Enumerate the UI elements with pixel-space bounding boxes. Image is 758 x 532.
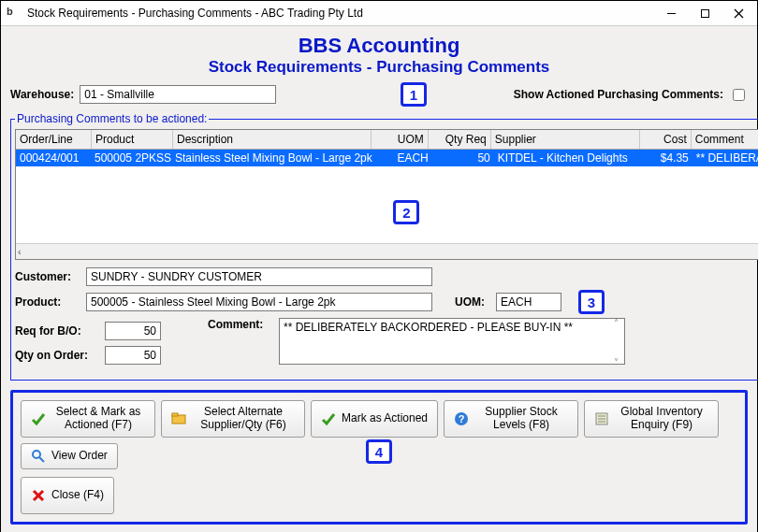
req-label: Req for B/O: <box>15 324 99 338</box>
qty-order-label: Qty on Order: <box>15 349 99 362</box>
cell-supplier: KITDEL - Kitchen Delights <box>494 150 642 166</box>
badge-3: 3 <box>578 290 605 314</box>
svg-rect-1 <box>701 9 708 17</box>
grid-header: Order/Line Product Description UOM Qty R… <box>16 130 758 150</box>
global-enquiry-button[interactable]: Global Inventory Enquiry (F9) <box>584 400 719 438</box>
close-window-button[interactable] <box>722 2 755 24</box>
scroll-left-icon[interactable]: ‹ <box>18 246 22 257</box>
window-title: Stock Requirements - Purchasing Comments… <box>27 7 654 20</box>
uom-field <box>496 293 561 311</box>
uom-label: UOM: <box>455 295 485 309</box>
col-product[interactable]: Product <box>92 130 173 149</box>
show-actioned-label: Show Actioned Purchasing Comments: <box>514 88 723 101</box>
show-actioned-checkbox[interactable] <box>733 89 745 101</box>
folder-icon <box>171 411 186 426</box>
check-icon <box>31 411 46 426</box>
cell-uom: EACH <box>376 150 432 166</box>
badge-4: 4 <box>366 439 392 464</box>
customer-label: Customer: <box>15 270 80 283</box>
titlebar: b Stock Requirements - Purchasing Commen… <box>1 1 757 26</box>
svg-rect-5 <box>172 413 178 416</box>
select-mark-label: Select & Mark as Actioned (F7) <box>51 406 145 432</box>
svg-point-12 <box>33 451 40 458</box>
close-icon <box>31 488 46 503</box>
button-bar: Select & Mark as Actioned (F7) Select Al… <box>10 390 748 525</box>
close-label: Close (F4) <box>51 489 104 502</box>
col-supplier[interactable]: Supplier <box>491 130 640 149</box>
customer-field <box>86 267 432 286</box>
mark-actioned-label: Mark as Actioned <box>342 412 428 425</box>
check-icon <box>321 411 336 426</box>
badge-2: 2 <box>393 200 419 224</box>
comments-grid[interactable]: Order/Line Product Description UOM Qty R… <box>15 129 758 260</box>
svg-text:?: ? <box>459 413 465 424</box>
grid-body: 000424/001 500005 2PKSSML Stainless Stee… <box>16 150 758 243</box>
qty-order-field <box>105 346 161 365</box>
list-icon <box>594 411 609 426</box>
product-field <box>86 293 432 311</box>
col-cost[interactable]: Cost <box>640 130 692 149</box>
client-area: BBS Accounting Stock Requirements - Purc… <box>1 26 757 532</box>
cell-product: 500005 2PKSSML <box>91 150 171 166</box>
alt-supplier-label: Select Alternate Supplier/Qty (F6) <box>192 406 295 432</box>
group-legend: Purchasing Comments to be actioned: <box>15 112 209 125</box>
svg-line-13 <box>39 457 44 462</box>
scroll-down-icon[interactable]: ˅ <box>614 357 619 367</box>
col-order[interactable]: Order/Line <box>16 130 92 149</box>
app-icon: b <box>7 6 22 21</box>
comment-scrollbar[interactable]: ˄˅ <box>608 318 623 367</box>
mark-actioned-button[interactable]: Mark as Actioned <box>311 400 438 438</box>
alt-supplier-button[interactable]: Select Alternate Supplier/Qty (F6) <box>161 400 305 438</box>
global-enquiry-label: Global Inventory Enquiry (F9) <box>615 406 708 432</box>
stock-levels-button[interactable]: ? Supplier Stock Levels (F8) <box>444 400 578 438</box>
comment-field[interactable]: ** DELIBERATELY BACKORDERED - PLEASE BUY… <box>279 318 625 365</box>
comments-group: Purchasing Comments to be actioned: Orde… <box>10 112 758 381</box>
warehouse-label: Warehouse: <box>10 88 74 101</box>
app-heading: BBS Accounting <box>10 34 748 58</box>
select-mark-actioned-button[interactable]: Select & Mark as Actioned (F7) <box>21 400 155 438</box>
stock-levels-label: Supplier Stock Levels (F8) <box>474 406 568 432</box>
scroll-up-icon[interactable]: ˄ <box>614 318 619 328</box>
warehouse-input[interactable] <box>80 85 276 104</box>
magnifier-icon <box>31 449 46 464</box>
comment-label: Comment: <box>208 318 273 331</box>
detail-panel: Customer: Product: UOM: 3 Req for B/O: <box>15 267 758 368</box>
cell-comment: ** DELIBERATE PLEASE BUY-IN <box>692 150 758 166</box>
col-uom[interactable]: UOM <box>372 130 429 149</box>
close-button[interactable]: Close (F4) <box>21 477 114 514</box>
badge-1: 1 <box>401 82 427 107</box>
col-qty[interactable]: Qty Req <box>429 130 491 149</box>
cell-order: 000424/001 <box>16 150 91 166</box>
page-heading: Stock Requirements - Purchasing Comments <box>10 58 748 77</box>
cell-description: Stainless Steel Mixing Bowl - Large 2pk <box>171 150 376 166</box>
col-comment[interactable]: Comment <box>692 130 758 149</box>
cell-cost: $4.35 <box>642 150 692 166</box>
maximize-button[interactable] <box>688 2 722 24</box>
table-row[interactable]: 000424/001 500005 2PKSSML Stainless Stee… <box>16 150 758 166</box>
minimize-button[interactable] <box>654 2 688 24</box>
cell-qty: 50 <box>432 150 494 166</box>
req-field <box>105 322 161 340</box>
product-label: Product: <box>15 295 80 309</box>
view-order-button[interactable]: View Order <box>21 443 118 469</box>
app-window: b Stock Requirements - Purchasing Commen… <box>0 0 758 532</box>
question-icon: ? <box>454 411 469 426</box>
grid-hscrollbar[interactable]: ‹ › <box>16 243 758 259</box>
view-order-label: View Order <box>51 450 108 463</box>
col-description[interactable]: Description <box>173 130 372 149</box>
